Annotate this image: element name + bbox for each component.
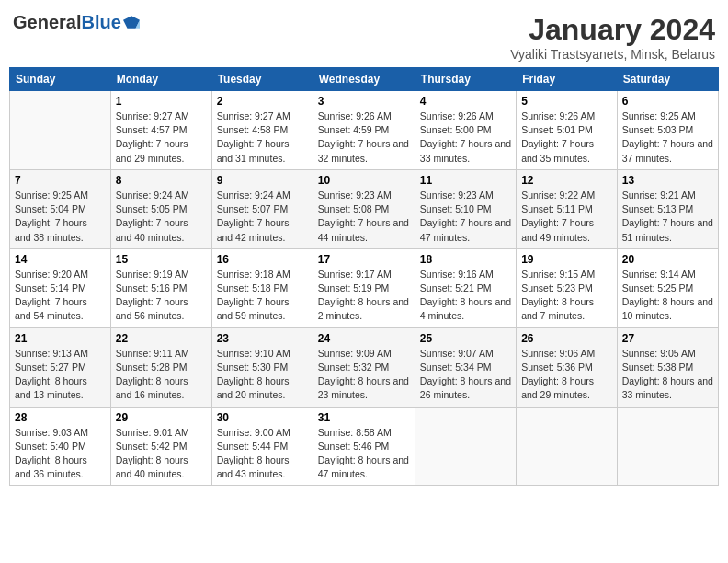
- day-number: 20: [622, 253, 713, 266]
- calendar-cell: 5Sunrise: 9:26 AMSunset: 5:01 PMDaylight…: [517, 91, 618, 170]
- calendar-week-2: 7Sunrise: 9:25 AMSunset: 5:04 PMDaylight…: [10, 169, 719, 248]
- day-info: Sunrise: 9:26 AMSunset: 5:01 PMDaylight:…: [521, 109, 612, 166]
- day-number: 4: [420, 95, 511, 108]
- day-number: 21: [15, 332, 106, 345]
- col-header-sunday: Sunday: [10, 68, 111, 91]
- day-info: Sunrise: 9:14 AMSunset: 5:25 PMDaylight:…: [622, 268, 713, 324]
- day-info: Sunrise: 9:16 AMSunset: 5:21 PMDaylight:…: [420, 268, 511, 324]
- day-info: Sunrise: 9:26 AMSunset: 4:59 PMDaylight:…: [318, 109, 410, 166]
- calendar-cell: 23Sunrise: 9:10 AMSunset: 5:30 PMDayligh…: [211, 327, 313, 407]
- col-header-monday: Monday: [110, 68, 211, 91]
- day-number: 31: [318, 411, 410, 424]
- col-header-saturday: Saturday: [617, 68, 718, 91]
- calendar-week-4: 21Sunrise: 9:13 AMSunset: 5:27 PMDayligh…: [10, 327, 719, 407]
- col-header-wednesday: Wednesday: [313, 68, 415, 91]
- calendar-cell: 2Sunrise: 9:27 AMSunset: 4:58 PMDaylight…: [211, 91, 313, 170]
- day-info: Sunrise: 9:24 AMSunset: 5:05 PMDaylight:…: [116, 189, 207, 245]
- calendar-cell: 8Sunrise: 9:24 AMSunset: 5:05 PMDaylight…: [110, 169, 211, 248]
- title-block: January 2024 Vyaliki Trastsyanets, Minsk…: [510, 13, 715, 62]
- day-number: 28: [15, 411, 106, 424]
- calendar-cell: 4Sunrise: 9:26 AMSunset: 5:00 PMDaylight…: [415, 91, 516, 170]
- calendar-cell: 30Sunrise: 9:00 AMSunset: 5:44 PMDayligh…: [211, 407, 313, 486]
- calendar-cell: 9Sunrise: 9:24 AMSunset: 5:07 PMDaylight…: [211, 169, 313, 248]
- col-header-tuesday: Tuesday: [211, 68, 313, 91]
- day-info: Sunrise: 9:19 AMSunset: 5:16 PMDaylight:…: [116, 268, 207, 324]
- day-info: Sunrise: 9:10 AMSunset: 5:30 PMDaylight:…: [217, 347, 308, 403]
- day-info: Sunrise: 8:58 AMSunset: 5:46 PMDaylight:…: [318, 426, 410, 482]
- day-number: 24: [318, 332, 410, 345]
- day-info: Sunrise: 9:11 AMSunset: 5:28 PMDaylight:…: [116, 347, 207, 403]
- calendar-cell: 3Sunrise: 9:26 AMSunset: 4:59 PMDaylight…: [313, 91, 415, 170]
- day-info: Sunrise: 9:00 AMSunset: 5:44 PMDaylight:…: [217, 426, 308, 482]
- calendar-week-5: 28Sunrise: 9:03 AMSunset: 5:40 PMDayligh…: [10, 407, 719, 486]
- day-number: 7: [15, 174, 106, 187]
- day-info: Sunrise: 9:24 AMSunset: 5:07 PMDaylight:…: [217, 189, 308, 245]
- day-number: 1: [116, 95, 207, 108]
- day-info: Sunrise: 9:23 AMSunset: 5:10 PMDaylight:…: [420, 189, 511, 245]
- calendar-week-1: 1Sunrise: 9:27 AMSunset: 4:57 PMDaylight…: [10, 91, 719, 170]
- day-number: 9: [217, 174, 308, 187]
- day-number: 17: [318, 253, 410, 266]
- calendar-cell: 1Sunrise: 9:27 AMSunset: 4:57 PMDaylight…: [110, 91, 211, 170]
- calendar-cell: 29Sunrise: 9:01 AMSunset: 5:42 PMDayligh…: [110, 407, 211, 486]
- calendar-cell: 13Sunrise: 9:21 AMSunset: 5:13 PMDayligh…: [617, 169, 718, 248]
- day-info: Sunrise: 9:18 AMSunset: 5:18 PMDaylight:…: [217, 268, 308, 324]
- day-number: 14: [15, 253, 106, 266]
- calendar-cell: [415, 407, 516, 486]
- day-info: Sunrise: 9:15 AMSunset: 5:23 PMDaylight:…: [521, 268, 612, 324]
- day-info: Sunrise: 9:20 AMSunset: 5:14 PMDaylight:…: [15, 268, 106, 324]
- day-number: 18: [420, 253, 511, 266]
- month-year-title: January 2024: [510, 13, 715, 47]
- day-info: Sunrise: 9:27 AMSunset: 4:57 PMDaylight:…: [116, 109, 207, 166]
- day-info: Sunrise: 9:03 AMSunset: 5:40 PMDaylight:…: [15, 426, 106, 482]
- calendar-cell: 10Sunrise: 9:23 AMSunset: 5:08 PMDayligh…: [313, 169, 415, 248]
- day-number: 23: [217, 332, 308, 345]
- day-info: Sunrise: 9:22 AMSunset: 5:11 PMDaylight:…: [521, 189, 612, 245]
- day-info: Sunrise: 9:06 AMSunset: 5:36 PMDaylight:…: [521, 347, 612, 403]
- day-number: 10: [318, 174, 410, 187]
- day-info: Sunrise: 9:01 AMSunset: 5:42 PMDaylight:…: [116, 426, 207, 482]
- calendar-cell: [617, 407, 718, 486]
- col-header-thursday: Thursday: [415, 68, 516, 91]
- calendar-cell: [10, 91, 111, 170]
- calendar-cell: 17Sunrise: 9:17 AMSunset: 5:19 PMDayligh…: [313, 248, 415, 327]
- day-number: 29: [116, 411, 207, 424]
- calendar-cell: 16Sunrise: 9:18 AMSunset: 5:18 PMDayligh…: [211, 248, 313, 327]
- logo: GeneralBlue: [13, 13, 140, 31]
- calendar-cell: 14Sunrise: 9:20 AMSunset: 5:14 PMDayligh…: [10, 248, 111, 327]
- calendar-cell: 20Sunrise: 9:14 AMSunset: 5:25 PMDayligh…: [617, 248, 718, 327]
- calendar-cell: 21Sunrise: 9:13 AMSunset: 5:27 PMDayligh…: [10, 327, 111, 407]
- calendar-cell: 15Sunrise: 9:19 AMSunset: 5:16 PMDayligh…: [110, 248, 211, 327]
- calendar-cell: 24Sunrise: 9:09 AMSunset: 5:32 PMDayligh…: [313, 327, 415, 407]
- day-number: 13: [622, 174, 713, 187]
- day-number: 5: [521, 95, 612, 108]
- calendar-cell: 11Sunrise: 9:23 AMSunset: 5:10 PMDayligh…: [415, 169, 516, 248]
- day-info: Sunrise: 9:25 AMSunset: 5:03 PMDaylight:…: [622, 109, 713, 166]
- calendar-cell: 18Sunrise: 9:16 AMSunset: 5:21 PMDayligh…: [415, 248, 516, 327]
- day-number: 2: [217, 95, 308, 108]
- calendar-table: SundayMondayTuesdayWednesdayThursdayFrid…: [9, 67, 719, 486]
- day-info: Sunrise: 9:09 AMSunset: 5:32 PMDaylight:…: [318, 347, 410, 403]
- calendar-cell: 22Sunrise: 9:11 AMSunset: 5:28 PMDayligh…: [110, 327, 211, 407]
- day-number: 15: [116, 253, 207, 266]
- day-info: Sunrise: 9:26 AMSunset: 5:00 PMDaylight:…: [420, 109, 511, 166]
- day-number: 19: [521, 253, 612, 266]
- day-number: 26: [521, 332, 612, 345]
- calendar-cell: 19Sunrise: 9:15 AMSunset: 5:23 PMDayligh…: [517, 248, 618, 327]
- calendar-cell: 27Sunrise: 9:05 AMSunset: 5:38 PMDayligh…: [617, 327, 718, 407]
- day-number: 6: [622, 95, 713, 108]
- day-info: Sunrise: 9:23 AMSunset: 5:08 PMDaylight:…: [318, 189, 410, 245]
- day-info: Sunrise: 9:05 AMSunset: 5:38 PMDaylight:…: [622, 347, 713, 403]
- calendar-header-row: SundayMondayTuesdayWednesdayThursdayFrid…: [10, 68, 719, 91]
- day-number: 8: [116, 174, 207, 187]
- calendar-cell: 31Sunrise: 8:58 AMSunset: 5:46 PMDayligh…: [313, 407, 415, 486]
- day-number: 25: [420, 332, 511, 345]
- day-number: 30: [217, 411, 308, 424]
- page-header: GeneralBlue January 2024 Vyaliki Trastsy…: [9, 9, 719, 62]
- calendar-cell: 12Sunrise: 9:22 AMSunset: 5:11 PMDayligh…: [517, 169, 618, 248]
- day-number: 27: [622, 332, 713, 345]
- logo-general: GeneralBlue: [13, 13, 121, 31]
- calendar-cell: 7Sunrise: 9:25 AMSunset: 5:04 PMDaylight…: [10, 169, 111, 248]
- logo-icon: [123, 16, 140, 29]
- day-number: 22: [116, 332, 207, 345]
